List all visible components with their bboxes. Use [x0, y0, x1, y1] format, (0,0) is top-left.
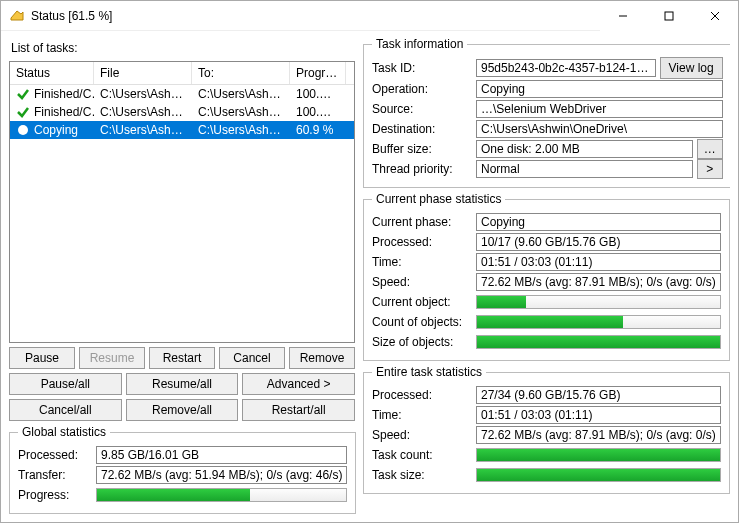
row-to: C:\Users\Ash…: [192, 122, 290, 138]
task-info-legend: Task information: [372, 37, 467, 51]
thread-label: Thread priority:: [372, 162, 476, 176]
entire-task-statistics: Entire task statistics Processed:27/34 (…: [363, 365, 730, 494]
cancel-all-button[interactable]: Cancel/all: [9, 399, 122, 421]
close-button[interactable]: [692, 1, 738, 31]
pause-button[interactable]: Pause: [9, 347, 75, 369]
row-to: C:\Users\Ash…: [192, 86, 290, 102]
content: List of tasks: Status File To: Progr… Fi…: [1, 31, 738, 522]
size-objects-label: Size of objects:: [372, 335, 476, 349]
phase-speed-value: 72.62 MB/s (avg: 87.91 MB/s); 0/s (avg: …: [476, 273, 721, 291]
size-objects-bar: [476, 335, 721, 349]
row-progress: 60.9 %: [290, 122, 346, 138]
row-file: C:\Users\Ashwi…: [94, 122, 192, 138]
left-panel: List of tasks: Status File To: Progr… Fi…: [9, 37, 355, 514]
check-icon: [16, 105, 30, 119]
minimize-button[interactable]: [600, 1, 646, 31]
entire-processed-value: 27/34 (9.60 GB/15.76 GB): [476, 386, 721, 404]
window-title: Status [61.5 %]: [31, 9, 600, 23]
row-status: Finished/C…: [10, 86, 94, 102]
row-file: C:\Users\Ashwi…: [94, 86, 192, 102]
resume-button[interactable]: Resume: [79, 347, 145, 369]
source-label: Source:: [372, 102, 476, 116]
global-progress-label: Progress:: [18, 488, 96, 502]
entire-time-label: Time:: [372, 408, 476, 422]
col-file[interactable]: File: [94, 62, 192, 84]
operation-value: Copying: [476, 80, 723, 98]
entire-time-value: 01:51 / 03:03 (01:11): [476, 406, 721, 424]
task-information: Task information Task ID: 95d5b243-0b2c-…: [363, 37, 730, 188]
remove-button[interactable]: Remove: [289, 347, 355, 369]
entire-processed-label: Processed:: [372, 388, 476, 402]
global-processed-value: 9.85 GB/16.01 GB: [96, 446, 347, 464]
table-row[interactable]: CopyingC:\Users\Ashwi…C:\Users\Ash…60.9 …: [10, 121, 354, 139]
table-row[interactable]: Finished/C…C:\Users\Ashwi…C:\Users\Ash…1…: [10, 85, 354, 103]
row-status: Copying: [10, 122, 94, 138]
check-icon: [16, 87, 30, 101]
row-file: C:\Users\Ashwi…: [94, 104, 192, 120]
task-size-label: Task size:: [372, 468, 476, 482]
count-objects-bar: [476, 315, 721, 329]
current-object-label: Current object:: [372, 295, 476, 309]
remove-all-button[interactable]: Remove/all: [126, 399, 239, 421]
global-statistics: Global statistics Processed:9.85 GB/16.0…: [9, 425, 356, 514]
task-list-header[interactable]: Status File To: Progr…: [10, 62, 354, 85]
phase-speed-label: Speed:: [372, 275, 476, 289]
app-icon: [9, 8, 25, 24]
restart-button[interactable]: Restart: [149, 347, 215, 369]
view-log-button[interactable]: View log: [660, 57, 723, 79]
entire-legend: Entire task statistics: [372, 365, 486, 379]
phase-time-value: 01:51 / 03:03 (01:11): [476, 253, 721, 271]
destination-label: Destination:: [372, 122, 476, 136]
cancel-button[interactable]: Cancel: [219, 347, 285, 369]
count-objects-label: Count of objects:: [372, 315, 476, 329]
phase-label: Current phase:: [372, 215, 476, 229]
thread-options-button[interactable]: >: [697, 159, 723, 179]
table-row[interactable]: Finished/C…C:\Users\Ashwi…C:\Users\Ash…1…: [10, 103, 354, 121]
resume-all-button[interactable]: Resume/all: [126, 373, 239, 395]
maximize-button[interactable]: [646, 1, 692, 31]
buffer-options-button[interactable]: …: [697, 139, 723, 159]
phase-processed-value: 10/17 (9.60 GB/15.76 GB): [476, 233, 721, 251]
thread-value: Normal: [476, 160, 693, 178]
task-buttons-2: Pause/all Resume/all Advanced >: [9, 373, 355, 395]
right-panel: Task information Task ID: 95d5b243-0b2c-…: [363, 37, 730, 514]
task-list-body: Finished/C…C:\Users\Ashwi…C:\Users\Ash…1…: [10, 85, 354, 139]
task-list[interactable]: Status File To: Progr… Finished/C…C:\Use…: [9, 61, 355, 343]
task-count-label: Task count:: [372, 448, 476, 462]
task-list-label: List of tasks:: [11, 41, 355, 55]
advanced-button[interactable]: Advanced >: [242, 373, 355, 395]
phase-value: Copying: [476, 213, 721, 231]
svg-rect-1: [665, 12, 673, 20]
buffer-value: One disk: 2.00 MB: [476, 140, 693, 158]
global-legend: Global statistics: [18, 425, 110, 439]
global-transfer-label: Transfer:: [18, 468, 96, 482]
row-progress: 100.…: [290, 86, 346, 102]
taskid-label: Task ID:: [372, 61, 476, 75]
phase-processed-label: Processed:: [372, 235, 476, 249]
source-value: …\Selenium WebDriver: [476, 100, 723, 118]
col-to[interactable]: To:: [192, 62, 290, 84]
col-progress[interactable]: Progr…: [290, 62, 346, 84]
operation-label: Operation:: [372, 82, 476, 96]
col-status[interactable]: Status: [10, 62, 94, 84]
global-progress-bar: [96, 488, 347, 502]
restart-all-button[interactable]: Restart/all: [242, 399, 355, 421]
task-buttons-1: Pause Resume Restart Cancel Remove: [9, 347, 355, 369]
global-processed-label: Processed:: [18, 448, 96, 462]
titlebar[interactable]: Status [61.5 %]: [1, 1, 738, 31]
buffer-label: Buffer size:: [372, 142, 476, 156]
row-to: C:\Users\Ash…: [192, 104, 290, 120]
row-progress: 100.…: [290, 104, 346, 120]
svg-point-4: [18, 125, 28, 135]
global-transfer-value: 72.62 MB/s (avg: 51.94 MB/s); 0/s (avg: …: [96, 466, 347, 484]
entire-speed-value: 72.62 MB/s (avg: 87.91 MB/s); 0/s (avg: …: [476, 426, 721, 444]
taskid-value[interactable]: 95d5b243-0b2c-4357-b124-1b1371: [476, 59, 656, 77]
current-phase-statistics: Current phase statistics Current phase:C…: [363, 192, 730, 361]
window-controls: [600, 1, 738, 31]
phase-time-label: Time:: [372, 255, 476, 269]
pause-all-button[interactable]: Pause/all: [9, 373, 122, 395]
phase-legend: Current phase statistics: [372, 192, 505, 206]
task-size-bar: [476, 468, 721, 482]
task-buttons-3: Cancel/all Remove/all Restart/all: [9, 399, 355, 421]
status-window: Status [61.5 %] List of tasks: Status Fi…: [0, 0, 739, 523]
